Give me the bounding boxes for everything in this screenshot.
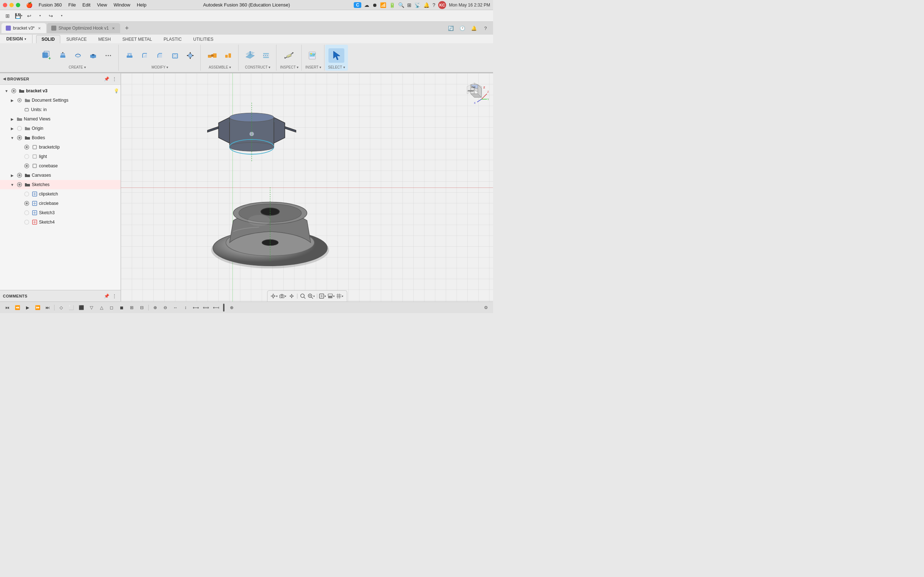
root-vis-icon[interactable]	[11, 88, 16, 94]
menu-fusion360[interactable]: Fusion 360	[36, 2, 65, 8]
root-expand-arrow[interactable]	[3, 88, 10, 94]
anim-ctrl8[interactable]: ⊕	[228, 303, 236, 312]
anim-ctrl5[interactable]: ⟷	[191, 303, 200, 312]
redo-dropdown-button[interactable]: ▾	[57, 11, 66, 21]
tree-named-views[interactable]: Named Views	[0, 114, 121, 124]
origin-expand[interactable]	[10, 126, 15, 131]
online-status-button[interactable]: 🔄	[446, 23, 456, 33]
anim-ctrl1[interactable]: ⊕	[151, 303, 160, 312]
new-tab-button[interactable]: +	[122, 24, 131, 32]
tab-surface[interactable]: SURFACE	[61, 35, 92, 43]
tab-hook[interactable]: Shape Optimized Hook v1 ✕	[47, 23, 120, 33]
tab-solid[interactable]: SOLID	[36, 35, 60, 43]
undo-dropdown-button[interactable]: ▾	[36, 11, 45, 21]
move-button[interactable]	[183, 50, 197, 61]
tab-bracket[interactable]: bracket v3* ✕	[2, 23, 46, 33]
select-label[interactable]: SELECT ▾	[328, 65, 345, 70]
tree-sketches[interactable]: Sketches	[0, 180, 121, 189]
tab-utilities[interactable]: UTILITIES	[188, 35, 219, 43]
bracketclip-vis-icon[interactable]	[24, 144, 30, 150]
sketches-expand[interactable]	[10, 182, 15, 187]
bodies-vis-icon[interactable]	[16, 135, 23, 141]
revolve-button[interactable]	[71, 50, 85, 61]
tree-sketch4[interactable]: Sketch4	[0, 218, 121, 227]
help-btn[interactable]: ?	[481, 23, 490, 33]
inspect-label[interactable]: INSPECT ▾	[280, 65, 299, 70]
user-avatar[interactable]: KC	[438, 1, 446, 9]
anim-ctrl3[interactable]: ↔	[171, 303, 180, 312]
minimize-button[interactable]	[10, 3, 14, 7]
menu-view[interactable]: View	[94, 2, 110, 8]
anim-ctrl6[interactable]: ⟺	[201, 303, 210, 312]
notification-icon[interactable]: 🔔	[423, 2, 430, 8]
keyframe-icon9[interactable]: ⊟	[137, 303, 146, 312]
control-icon[interactable]: ⊞	[407, 2, 412, 8]
tree-light[interactable]: light	[0, 152, 121, 161]
browser-more-button[interactable]: ⋮	[111, 76, 118, 82]
menu-edit[interactable]: Edit	[79, 2, 93, 8]
keyframe-icon1[interactable]: ◇	[57, 303, 65, 312]
camera-button[interactable]: ▾	[279, 292, 287, 300]
next-frame-button[interactable]: ⏩	[33, 303, 42, 312]
maximize-button[interactable]	[16, 3, 20, 7]
undo-button[interactable]: ↩	[24, 11, 34, 21]
pan-button[interactable]	[288, 292, 296, 300]
circlebase-vis-icon[interactable]	[24, 200, 30, 206]
measure-button[interactable]: mm	[281, 48, 297, 63]
design-dropdown[interactable]: DESIGN ▾	[0, 35, 32, 43]
keyframe-icon4[interactable]: ▽	[87, 303, 96, 312]
zoom-options-button[interactable]: ▾	[307, 292, 315, 300]
bottom-settings-button[interactable]: ⚙	[481, 303, 490, 312]
modify-label[interactable]: MODIFY ▾	[152, 65, 168, 70]
conebase-vis-icon[interactable]	[24, 163, 30, 169]
shell-button[interactable]	[168, 50, 182, 61]
visual-style-button[interactable]: ▾	[327, 292, 335, 300]
bodies-expand[interactable]	[10, 135, 15, 141]
keyframe-icon5[interactable]: △	[97, 303, 106, 312]
light-vis-icon[interactable]	[24, 154, 30, 160]
create-label[interactable]: CREATE ▾	[69, 65, 86, 70]
root-light-icon[interactable]: 💡	[113, 88, 119, 94]
sketches-vis-icon[interactable]	[16, 182, 23, 187]
joint-button[interactable]	[204, 48, 220, 63]
sketch4-vis-icon[interactable]	[24, 219, 30, 225]
insert-button[interactable]	[305, 48, 321, 63]
comments-more-button[interactable]: ⋮	[111, 293, 118, 299]
tree-circlebase[interactable]: circlebase	[0, 199, 121, 208]
tab-mesh[interactable]: MESH	[93, 35, 116, 43]
named-views-expand[interactable]	[10, 116, 15, 122]
offset-plane-button[interactable]	[242, 48, 258, 63]
tree-sketch3[interactable]: Sketch3	[0, 208, 121, 218]
select-button[interactable]	[328, 48, 344, 63]
assemble-label[interactable]: ASSEMBLE ▾	[208, 65, 231, 70]
notification-btn[interactable]: 🔔	[469, 23, 478, 33]
tab-plastic[interactable]: PLASTIC	[158, 35, 187, 43]
menu-help[interactable]: Help	[134, 2, 149, 8]
tab-sheet-metal[interactable]: SHEET METAL	[117, 35, 157, 43]
recent-docs-button[interactable]: 🕐	[458, 23, 467, 33]
close-button[interactable]	[3, 3, 7, 7]
insert-label[interactable]: INSERT ▾	[305, 65, 321, 70]
tab-hook-close[interactable]: ✕	[111, 26, 116, 31]
viewport[interactable]: TOP FRONT Z Z Y X	[121, 73, 493, 301]
tree-canvases[interactable]: Canvases	[0, 171, 121, 180]
keyframe-icon6[interactable]: ◻	[107, 303, 116, 312]
display-mode-button[interactable]: ▾	[319, 292, 327, 300]
canvases-vis-icon[interactable]	[16, 172, 23, 178]
tab-bracket-close[interactable]: ✕	[37, 26, 42, 31]
canvases-expand[interactable]	[10, 172, 15, 178]
press-pull-button[interactable]	[122, 50, 137, 61]
tree-units[interactable]: Units: in	[0, 105, 121, 114]
zoom-fit-button[interactable]	[299, 292, 307, 300]
extrude-button[interactable]	[56, 50, 70, 61]
tree-origin[interactable]: Origin	[0, 124, 121, 133]
tree-bodies[interactable]: Bodies	[0, 133, 121, 142]
keyframe-icon7[interactable]: ◼	[117, 303, 126, 312]
keyframe-icon8[interactable]: ⊞	[128, 303, 136, 312]
search-icon[interactable]: 🔍	[398, 2, 404, 8]
redo-button[interactable]: ↪	[46, 11, 56, 21]
clipsketch-vis-icon[interactable]	[24, 191, 30, 197]
apple-menu[interactable]: 🍎	[26, 2, 33, 8]
play-button[interactable]: ▶	[23, 303, 32, 312]
as-built-button[interactable]	[221, 50, 235, 61]
